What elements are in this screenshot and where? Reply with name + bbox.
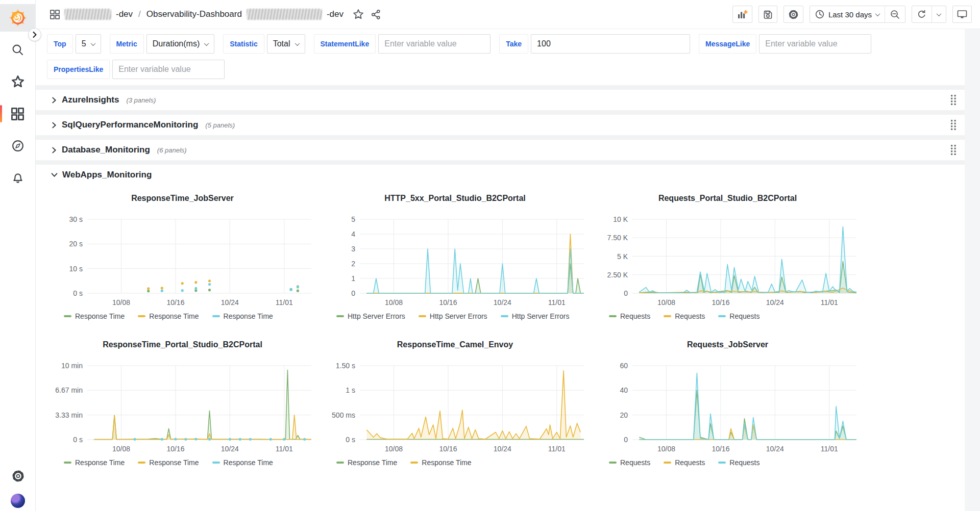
row-toggle-database[interactable]: Database_Monitoring (6 panels) <box>47 145 187 155</box>
legend-item[interactable]: Http Server Errors <box>419 312 487 320</box>
bell-icon <box>12 172 24 184</box>
breadcrumb-folder-suffix[interactable]: -dev <box>116 9 133 19</box>
statementlike-input[interactable] <box>378 34 491 54</box>
save-dashboard-button[interactable] <box>758 6 777 23</box>
legend-item[interactable]: Requests <box>609 458 650 467</box>
svg-text:1: 1 <box>351 274 355 283</box>
svg-text:40: 40 <box>620 386 628 394</box>
svg-text:7.50 K: 7.50 K <box>607 234 628 242</box>
add-panel-icon <box>737 9 748 19</box>
legend-item[interactable]: Response Time <box>138 458 199 467</box>
legend-item[interactable]: Response Time <box>64 312 125 320</box>
legend-swatch <box>609 462 617 464</box>
top-select[interactable]: 5 <box>76 34 101 54</box>
legend-item[interactable]: Response Time <box>64 458 125 467</box>
share-icon[interactable] <box>371 10 381 19</box>
svg-text:11/01: 11/01 <box>548 298 566 306</box>
sidebar-expand-button[interactable] <box>28 28 41 41</box>
svg-text:1.50 s: 1.50 s <box>336 362 355 370</box>
svg-text:10 K: 10 K <box>613 215 628 223</box>
row-toggle-webapps[interactable]: WebApps_Monitoring <box>47 170 152 180</box>
legend-swatch <box>718 315 726 317</box>
legend-item[interactable]: Response Time <box>336 458 397 467</box>
svg-text:0 s: 0 s <box>73 289 83 297</box>
legend-item[interactable]: Http Server Errors <box>336 312 405 320</box>
dashboard-row-webapps: WebApps_Monitoring <box>47 165 964 185</box>
grafana-logo[interactable] <box>0 4 36 32</box>
panel-title[interactable]: HTTP_5xx_Portal_Studio_B2CPortal <box>321 194 589 205</box>
chevron-down-icon <box>937 11 942 16</box>
legend-item[interactable]: Response Time <box>410 458 471 467</box>
chevron-right-icon <box>51 122 57 129</box>
panel-title[interactable]: ResponseTime_Camel_Envoy <box>321 340 589 351</box>
refresh-interval-dropdown[interactable] <box>932 6 946 22</box>
variable-label: Metric <box>110 34 144 54</box>
redacted-folder-name[interactable] <box>64 9 111 20</box>
add-panel-button[interactable] <box>732 6 752 23</box>
svg-text:10/24: 10/24 <box>494 445 511 453</box>
dashboard-settings-button[interactable] <box>783 6 803 23</box>
legend-item[interactable]: Requests <box>609 312 650 320</box>
panel-legend: RequestsRequestsRequests <box>609 310 862 322</box>
svg-text:30 s: 30 s <box>69 215 83 223</box>
legend-swatch <box>664 462 671 464</box>
take-input[interactable] <box>531 34 690 54</box>
messagelike-input[interactable] <box>759 34 871 54</box>
svg-text:0 s: 0 s <box>346 436 355 444</box>
zoom-out-button[interactable] <box>885 6 905 22</box>
row-title: WebApps_Monitoring <box>62 170 152 180</box>
sidebar-item-settings[interactable] <box>8 469 28 482</box>
kiosk-mode-button[interactable] <box>952 6 972 23</box>
variable-label: PropertiesLike <box>47 60 110 79</box>
panel-legend: Response TimeResponse TimeResponse Time <box>64 310 316 322</box>
statistic-select[interactable]: Total <box>267 34 305 54</box>
favorite-star-icon[interactable] <box>353 9 363 19</box>
drag-handle-icon[interactable] <box>951 120 957 131</box>
grafana-flame-icon <box>9 9 27 27</box>
legend-label: Response Time <box>224 458 273 467</box>
user-avatar[interactable] <box>11 494 25 508</box>
legend-item[interactable]: Requests <box>718 312 760 320</box>
svg-text:0: 0 <box>351 289 355 297</box>
sidebar-item-alerting[interactable] <box>8 171 28 185</box>
breadcrumb-dashboard-title[interactable]: Observability-Dashboard <box>146 9 242 19</box>
legend-item[interactable]: Requests <box>664 312 705 320</box>
metric-select[interactable]: Duration(ms) <box>146 34 214 54</box>
chart-panel: Requests_Portal_Studio_B2CPortal02.50 K5… <box>594 188 862 334</box>
chevron-right-icon <box>32 32 37 38</box>
legend-item[interactable]: Http Server Errors <box>501 312 570 320</box>
time-range-picker[interactable]: Last 30 days <box>810 6 885 22</box>
legend-swatch <box>138 462 145 464</box>
svg-text:6.67 min: 6.67 min <box>55 386 83 394</box>
legend-item[interactable]: Response Time <box>212 458 273 467</box>
panel-canvas: 02.50 K5 K7.50 K10 K10/0810/1610/2411/01 <box>594 207 862 309</box>
legend-item[interactable]: Requests <box>718 458 760 467</box>
row-toggle-azureinsights[interactable]: AzureInsights (3 panels) <box>47 95 156 105</box>
legend-swatch <box>64 462 71 464</box>
svg-text:10 s: 10 s <box>69 265 83 273</box>
drag-handle-icon[interactable] <box>951 145 957 156</box>
svg-text:10/16: 10/16 <box>712 298 729 306</box>
refresh-button[interactable] <box>912 6 932 22</box>
variable-propertieslike: PropertiesLike <box>47 60 225 79</box>
panel-title[interactable]: ResponseTime_Portal_Studio_B2CPortal <box>48 340 316 351</box>
panel-title[interactable]: ResponseTime_JobServer <box>48 194 316 205</box>
refresh-controls <box>912 6 946 23</box>
row-toggle-sqlquery[interactable]: SqlQueryPerformanceMonitoring (5 panels) <box>47 120 235 130</box>
chart-panel: ResponseTime_Camel_Envoy0 s500 ms1 s1.50… <box>321 334 589 480</box>
legend-item[interactable]: Requests <box>664 458 705 467</box>
sidebar-item-explore[interactable] <box>8 139 28 152</box>
drag-handle-icon[interactable] <box>951 95 957 106</box>
panel-title[interactable]: Requests_Portal_Studio_B2CPortal <box>594 194 862 205</box>
propertieslike-input[interactable] <box>112 60 225 79</box>
sidebar-item-dashboards[interactable] <box>8 107 28 120</box>
chevron-right-icon <box>51 97 57 104</box>
sidebar-item-starred[interactable] <box>8 75 28 88</box>
svg-text:500 ms: 500 ms <box>332 411 355 419</box>
panel-legend: Response TimeResponse TimeResponse Time <box>64 456 316 469</box>
legend-item[interactable]: Response Time <box>138 312 199 320</box>
sidebar-item-search[interactable] <box>8 43 28 56</box>
legend-item[interactable]: Response Time <box>212 312 273 320</box>
panel-title[interactable]: Requests_JobServer <box>594 340 862 351</box>
breadcrumb-dashboard-suffix: -dev <box>327 9 344 19</box>
